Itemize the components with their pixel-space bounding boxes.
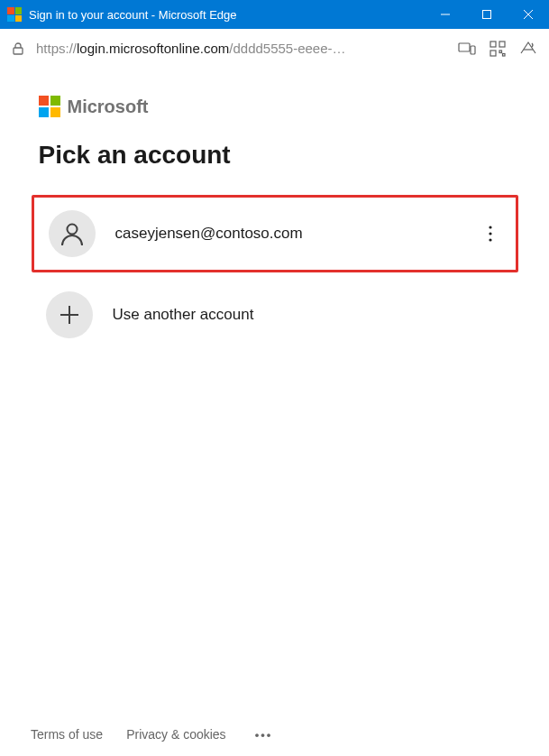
svg-point-14 <box>489 226 491 228</box>
microsoft-logo-icon <box>39 96 60 117</box>
page-main: Microsoft Pick an account caseyjensen@co… <box>0 69 549 756</box>
use-another-account-label: Use another account <box>113 306 504 324</box>
footer-more-button[interactable]: ••• <box>255 728 273 742</box>
svg-rect-6 <box>471 46 475 54</box>
window-close-button[interactable] <box>508 0 549 29</box>
svg-rect-7 <box>490 41 496 47</box>
window-titlebar: Sign in to your account - Microsoft Edge <box>0 0 549 29</box>
devices-icon[interactable] <box>457 39 477 59</box>
address-bar[interactable]: https://login.microsoftonline.com/dddd55… <box>0 29 549 69</box>
window-maximize-button[interactable] <box>466 0 508 29</box>
privacy-link[interactable]: Privacy & cookies <box>126 727 225 742</box>
use-another-account-tile[interactable]: Use another account <box>32 276 518 354</box>
url-path: /dddd5555-eeee-… <box>229 41 345 56</box>
person-icon <box>49 210 96 257</box>
window-minimize-button[interactable] <box>425 0 466 29</box>
svg-point-15 <box>489 232 491 235</box>
account-more-button[interactable] <box>480 223 501 244</box>
svg-rect-5 <box>459 43 470 51</box>
url-host: login.microsoftonline.com <box>77 41 229 56</box>
svg-point-16 <box>489 238 491 241</box>
svg-rect-1 <box>483 11 491 19</box>
page-footer: Terms of use Privacy & cookies ••• <box>0 713 549 756</box>
svg-rect-11 <box>503 53 506 56</box>
microsoft-wordmark: Microsoft <box>68 97 149 117</box>
site-info-button[interactable] <box>11 41 25 56</box>
url-text[interactable]: https://login.microsoftonline.com/dddd55… <box>36 41 446 56</box>
microsoft-favicon <box>7 7 22 22</box>
url-scheme: https:// <box>36 41 77 56</box>
terms-link[interactable]: Terms of use <box>31 727 103 742</box>
svg-rect-9 <box>490 51 496 56</box>
svg-rect-8 <box>499 41 505 47</box>
svg-rect-4 <box>14 48 23 54</box>
qr-icon[interactable] <box>488 39 508 59</box>
svg-point-13 <box>67 225 77 235</box>
microsoft-banner: Microsoft <box>32 96 518 117</box>
plus-icon <box>46 291 93 338</box>
svg-rect-10 <box>499 51 502 53</box>
page-title: Pick an account <box>32 141 518 170</box>
read-aloud-icon[interactable] <box>518 39 538 59</box>
account-email: caseyjensen@contoso.com <box>115 225 480 243</box>
account-tile[interactable]: caseyjensen@contoso.com <box>32 195 518 272</box>
window-title: Sign in to your account - Microsoft Edge <box>29 8 425 22</box>
